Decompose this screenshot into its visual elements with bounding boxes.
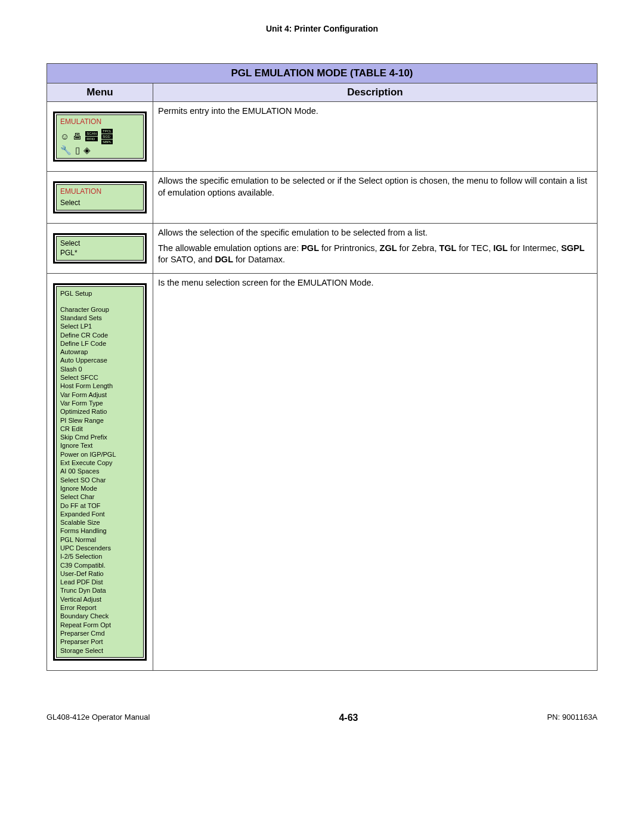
lcd-list-item: C39 Compatibl. (60, 561, 140, 569)
lcd-list-item: Boundary Check (60, 612, 140, 620)
desc-cell: Allows the specific emulation to be sele… (153, 172, 597, 224)
lcd-list-item: Autowrap (60, 348, 140, 356)
lcd-emulation-icons: EMULATION ☺ 🖶 SCAN RFID TPCL SGD SBPL (56, 114, 144, 159)
lcd-list-item: Define LF Code (60, 339, 140, 348)
wrench-icon: 🔧 (60, 145, 72, 154)
lcd-list-item: Preparser Port (60, 637, 140, 646)
menu-cell: PGL Setup Character GroupStandard SetsSe… (47, 274, 153, 670)
lcd-list-item: Ignore Text (60, 441, 140, 450)
footer-center: 4-63 (339, 713, 358, 723)
lcd-list-item: Select LP1 (60, 322, 140, 330)
lcd-list-item: AI 00 Spaces (60, 467, 140, 475)
desc-text: Permits entry into the EMULATION Mode. (158, 106, 592, 117)
lcd-list-item: Character Group (60, 305, 140, 314)
menu-cell: EMULATION Select (47, 172, 153, 224)
person-icon: ☺ (60, 132, 69, 141)
col-header-desc: Description (153, 83, 597, 102)
lcd-list-item: Define CR Code (60, 331, 140, 339)
lcd-list-item: Trunc Dyn Data (60, 586, 140, 594)
lcd-list-item: Var Form Type (60, 399, 140, 407)
lcd-list-item: CR Edit (60, 425, 140, 433)
printer-icon: 🖶 (73, 132, 82, 141)
lcd-list-item: User-Def Ratio (60, 569, 140, 578)
lcd-list-item: Preparser Cmd (60, 629, 140, 637)
lcd-list-item: Skip Cmd Prefix (60, 433, 140, 441)
lcd-list-heading: PGL Setup (60, 289, 140, 298)
menu-cell: Select PGL* (47, 224, 153, 274)
lcd-list-item: Select SO Char (60, 476, 140, 484)
lcd-list-item: PI Slew Range (60, 416, 140, 425)
label-sgd: SGD (101, 134, 113, 139)
table-row: EMULATION ☺ 🖶 SCAN RFID TPCL SGD SBPL (47, 102, 597, 172)
lcd-list-item: Var Form Adjust (60, 391, 140, 399)
lcd-list-item: PGL Normal (60, 535, 140, 544)
lcd-icon-row: ☺ 🖶 SCAN RFID TPCL SGD SBPL (60, 129, 140, 144)
menu-cell: EMULATION ☺ 🖶 SCAN RFID TPCL SGD SBPL (47, 102, 153, 172)
lcd-list-item: Expanded Font (60, 510, 140, 518)
unit-title: Unit 4: Printer Configuration (47, 24, 597, 33)
lcd-list-item: Lead PDF Dist (60, 578, 140, 586)
lcd-list-item: Power on IGP/PGL (60, 450, 140, 459)
lcd-list-item: Vertical Adjust (60, 595, 140, 603)
desc-rich: The allowable emulation options are: PGL… (158, 243, 592, 266)
page-footer: GL408-412e Operator Manual 4-63 PN: 9001… (47, 713, 597, 723)
lcd-list-item: Host Form Length (60, 382, 140, 390)
label-tpcl: TPCL (101, 129, 113, 134)
lcd-line: PGL* (60, 249, 140, 258)
document-icon: ▯ (75, 145, 80, 154)
footer-right: PN: 9001163A (547, 713, 597, 723)
lcd-list-item: Select Char (60, 493, 140, 501)
mini-labels-col: SCAN RFID (85, 131, 98, 141)
footer-left: GL408-412e Operator Manual (47, 713, 150, 723)
label-scan: SCAN (85, 131, 98, 136)
lcd-list-item: Ignore Mode (60, 484, 140, 493)
lcd-select-pgl: Select PGL* (56, 236, 144, 261)
lcd-heading: EMULATION (60, 187, 140, 197)
desc-text: Allows the specific emulation to be sele… (158, 175, 592, 199)
lcd-list-item: Error Report (60, 603, 140, 612)
label-rfid: RFID (85, 137, 98, 141)
lcd-list-item: Repeat Form Opt (60, 621, 140, 629)
desc-text: Allows the selection of the specific emu… (158, 227, 592, 239)
desc-text: Is the menu selection screen for the EMU… (158, 277, 592, 289)
table-row: Select PGL* Allows the selection of the … (47, 224, 597, 274)
lcd-list-item: Forms Handling (60, 527, 140, 535)
lcd-list-item: UPC Descenders (60, 544, 140, 552)
page: Unit 4: Printer Configuration PGL EMULAT… (0, 0, 644, 741)
lcd-list-item: Do FF at TOF (60, 501, 140, 510)
lcd-list-item: Standard Sets (60, 314, 140, 322)
emulation-table: PGL EMULATION MODE (TABLE 4-10) Menu Des… (47, 63, 597, 671)
lcd-list-item: Optimized Ratio (60, 407, 140, 416)
col-header-menu: Menu (47, 83, 153, 102)
table-row: EMULATION Select Allows the specific emu… (47, 172, 597, 224)
lcd-emulation-select: EMULATION Select (56, 184, 144, 210)
lcd-list-item: Scalable Size (60, 518, 140, 527)
lcd-list-item: Storage Select (60, 646, 140, 655)
lcd-icon-row: 🔧 ▯ ◈ (60, 145, 140, 154)
mini-labels-col: TPCL SGD SBPL (101, 129, 113, 144)
lcd-list-item: I-2/5 Selection (60, 552, 140, 561)
desc-cell: Is the menu selection screen for the EMU… (153, 274, 597, 670)
diag-icon: ◈ (83, 145, 91, 154)
lcd-list-item: Auto Uppercase (60, 356, 140, 364)
lcd-line: Select (60, 199, 140, 208)
label-sbpl: SBPL (101, 140, 113, 144)
lcd-list-item: Slash 0 (60, 365, 140, 373)
lcd-list-item: Select SFCC (60, 373, 140, 382)
lcd-list-item: Ext Execute Copy (60, 459, 140, 467)
lcd-line: Select (60, 239, 140, 249)
table-row: PGL Setup Character GroupStandard SetsSe… (47, 274, 597, 670)
lcd-list: Character GroupStandard SetsSelect LP1De… (60, 305, 140, 655)
desc-cell: Allows the selection of the specific emu… (153, 224, 597, 274)
table-title: PGL EMULATION MODE (TABLE 4-10) (47, 64, 597, 83)
lcd-heading: EMULATION (60, 117, 140, 127)
desc-cell: Permits entry into the EMULATION Mode. (153, 102, 597, 172)
lcd-pgl-setup-list: PGL Setup Character GroupStandard SetsSe… (56, 286, 144, 657)
